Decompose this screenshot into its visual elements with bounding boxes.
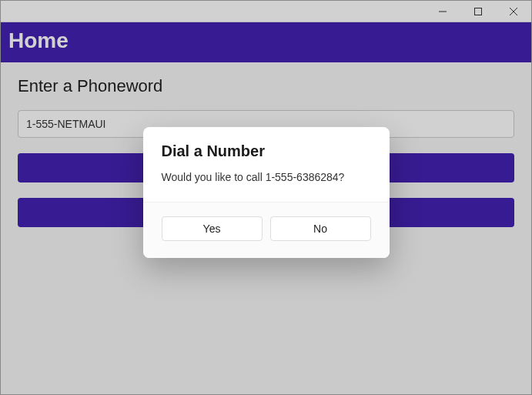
- yes-button[interactable]: Yes: [162, 216, 263, 241]
- dialog-body: Dial a Number Would you like to call 1-5…: [143, 127, 390, 202]
- dialog-actions: Yes No: [143, 202, 390, 258]
- no-button[interactable]: No: [270, 216, 371, 241]
- dialog-message: Would you like to call 1-555-6386284?: [162, 171, 371, 183]
- confirm-dialog: Dial a Number Would you like to call 1-5…: [143, 127, 390, 258]
- dialog-title: Dial a Number: [162, 142, 371, 160]
